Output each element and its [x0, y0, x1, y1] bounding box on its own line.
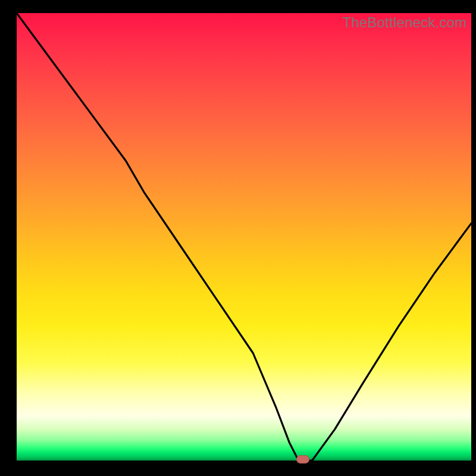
bottleneck-curve	[17, 13, 471, 461]
watermark-text: TheBottleneck.com	[342, 14, 466, 31]
chart-frame: TheBottleneck.com	[0, 0, 476, 476]
optimal-point-marker	[296, 455, 309, 464]
plot-area: TheBottleneck.com	[17, 13, 471, 461]
